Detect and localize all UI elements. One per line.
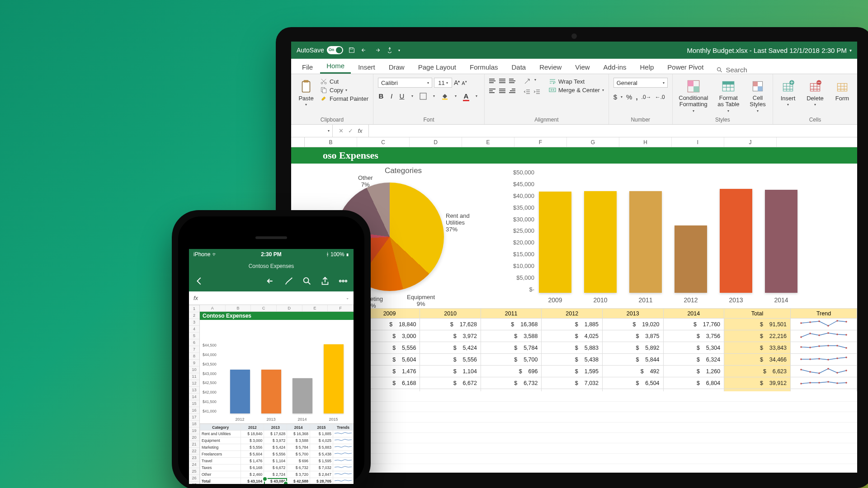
percent-icon[interactable]: %	[626, 93, 632, 101]
col-C[interactable]: C	[357, 137, 410, 147]
autosave-switch[interactable]: On	[327, 46, 343, 54]
decrease-indent-icon[interactable]	[524, 89, 531, 96]
undo-icon[interactable]	[360, 46, 368, 54]
autosave-toggle[interactable]: AutoSave On	[297, 46, 343, 54]
tab-view[interactable]: View	[569, 61, 596, 74]
sheet-body[interactable]: oso Expenses Categories Other 7% Rent an…	[291, 147, 857, 473]
sheet-title: oso Expenses	[291, 147, 857, 164]
paintbrush-icon	[320, 95, 327, 102]
vertical-align[interactable]	[489, 78, 517, 84]
font-color-icon[interactable]: A	[463, 92, 469, 100]
phone-table[interactable]: Category2012201320142015TrendsRent and U…	[200, 424, 354, 484]
copy-button[interactable]: Copy▾	[320, 86, 368, 94]
format-cells-icon	[835, 79, 850, 94]
tab-page-layout[interactable]: Page Layout	[412, 61, 462, 74]
tab-formulas[interactable]: Formulas	[463, 61, 505, 74]
touch-mode-icon[interactable]	[386, 46, 394, 54]
save-icon[interactable]	[348, 46, 356, 54]
tab-insert[interactable]: Insert	[352, 61, 382, 74]
col-E[interactable]: E	[462, 137, 514, 147]
col-B[interactable]: B	[305, 137, 357, 147]
tab-draw[interactable]: Draw	[382, 61, 411, 74]
decrease-decimal-icon[interactable]: ←.0	[655, 94, 665, 100]
comma-icon[interactable]: ,	[636, 93, 637, 101]
merge-icon	[549, 86, 556, 94]
pie-title: Categories	[308, 166, 498, 175]
col-D[interactable]: D	[410, 137, 462, 147]
underline-button[interactable]: U	[399, 92, 405, 100]
svg-point-31	[809, 333, 811, 334]
cell-styles-button[interactable]: Cell Styles▾	[747, 78, 768, 113]
font-size-dropdown[interactable]: 11▾	[434, 78, 452, 88]
name-box[interactable]: ▾	[291, 125, 333, 137]
qat-more-icon[interactable]: ▾	[398, 48, 400, 52]
italic-button[interactable]: I	[388, 92, 395, 100]
tab-addins[interactable]: Add-ins	[597, 61, 633, 74]
tell-me-search[interactable]: Search	[716, 66, 747, 74]
bold-button[interactable]: B	[378, 92, 384, 100]
svg-point-27	[827, 325, 829, 327]
phone-grid[interactable]: 1234567891011121314151617181920212223242…	[189, 305, 354, 484]
svg-point-35	[845, 334, 847, 336]
merge-center-button[interactable]: Merge & Center▾	[549, 86, 604, 94]
tab-file[interactable]: File	[296, 61, 319, 74]
insert-cells-button[interactable]: Insert▾	[778, 78, 798, 107]
phone-formula-bar[interactable]: fx ⌄	[189, 291, 354, 305]
redo-icon[interactable]	[373, 46, 381, 54]
tab-data[interactable]: Data	[505, 61, 532, 74]
format-cells-button[interactable]: Form	[832, 78, 853, 102]
tab-power-pivot[interactable]: Power Pivot	[661, 61, 710, 74]
pie-label-other: Other 7%	[358, 174, 373, 188]
delete-cells-button[interactable]: Delete▾	[805, 78, 826, 107]
orientation-icon[interactable]	[524, 78, 531, 85]
empty-grid[interactable]	[291, 391, 857, 473]
tab-review[interactable]: Review	[533, 61, 568, 74]
phone-toolbar	[189, 272, 354, 291]
horizontal-align[interactable]	[489, 88, 517, 94]
phone-row-headers: 1234567891011121314151617181920212223242…	[189, 305, 200, 484]
wrap-text-button[interactable]: Wrap Text	[549, 78, 604, 85]
formula-input[interactable]	[369, 125, 857, 137]
phone-bar-chart[interactable]: $44,500$44,000$43,500$43,000$42,500$42,0…	[200, 340, 354, 424]
grow-font-icon[interactable]: A▴	[454, 79, 460, 86]
spreadsheet-grid[interactable]: B C D E F G H I J oso Expenses Categorie…	[291, 137, 857, 473]
more-icon[interactable]	[338, 276, 348, 288]
phone-col-headers: ABCDEF	[200, 305, 354, 312]
cut-button[interactable]: Cut	[320, 78, 368, 85]
svg-rect-8	[420, 93, 426, 99]
title-dropdown-icon[interactable]: ▾	[849, 48, 852, 53]
border-icon[interactable]	[420, 93, 427, 100]
fill-color-icon[interactable]	[441, 93, 448, 100]
conditional-formatting-button[interactable]: Conditional Formatting▾	[677, 78, 710, 113]
tab-home[interactable]: Home	[320, 59, 351, 74]
share-icon[interactable]	[320, 276, 330, 288]
format-painter-button[interactable]: Format Painter	[320, 95, 368, 102]
tab-help[interactable]: Help	[633, 61, 660, 74]
increase-decimal-icon[interactable]: .0→	[642, 94, 651, 100]
back-icon[interactable]	[194, 276, 204, 288]
col-I[interactable]: I	[672, 137, 724, 147]
bar-chart[interactable]: $50,000$45,000$40,000$35,000$30,000$25,0…	[503, 167, 857, 305]
paste-button[interactable]: Paste ▾	[296, 78, 316, 107]
accounting-icon[interactable]: $	[613, 93, 617, 101]
undo-icon[interactable]	[266, 276, 276, 288]
col-G[interactable]: G	[567, 137, 619, 147]
search-icon[interactable]	[302, 276, 312, 288]
format-as-table-icon	[721, 79, 736, 94]
cancel-formula-icon[interactable]: ✕	[339, 127, 344, 134]
enter-formula-icon[interactable]: ✓	[348, 127, 353, 134]
col-J[interactable]: J	[724, 137, 777, 147]
col-H[interactable]: H	[619, 137, 672, 147]
fx-icon[interactable]: fx	[358, 127, 362, 134]
draw-icon[interactable]	[284, 276, 294, 288]
wrap-text-icon	[549, 78, 556, 85]
number-format-dropdown[interactable]: General▾	[613, 78, 668, 88]
format-as-table-button[interactable]: Format as Table▾	[717, 78, 740, 113]
svg-point-73	[340, 280, 341, 282]
col-F[interactable]: F	[514, 137, 567, 147]
font-name-dropdown[interactable]: Calibri▾	[378, 78, 432, 88]
svg-point-33	[827, 332, 829, 334]
svg-point-47	[845, 357, 847, 358]
increase-indent-icon[interactable]	[533, 89, 541, 96]
shrink-font-icon[interactable]: A▾	[462, 80, 467, 86]
